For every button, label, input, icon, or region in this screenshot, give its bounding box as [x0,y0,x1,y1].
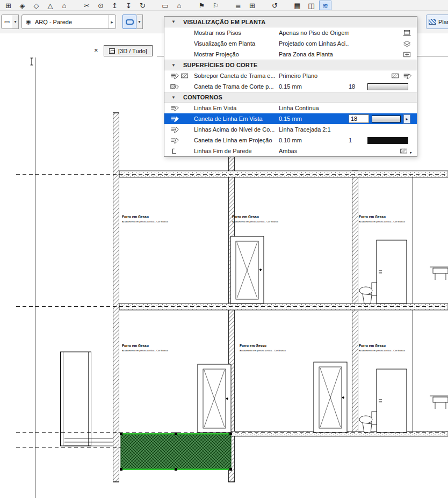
marquee-icon[interactable]: ⊞ [2,1,15,10]
section-title: SUPERFÍCIES DO CORTE [183,62,257,68]
row-value[interactable]: Linha Tracejada 2:1 [279,126,349,133]
door-elevation-3[interactable] [198,364,231,432]
wand-icon[interactable]: ◈ [16,1,28,10]
row-value[interactable]: Apenas no Piso de Origem [279,30,349,36]
row-visualizacao-em-planta[interactable]: Visualização em Planta Projetado com Lin… [164,38,417,49]
lines-pen-icon[interactable]: ≣ [232,1,244,10]
row-linhas-fim-de-parede[interactable]: Linhas Fim de Parede Ambas ▸ [164,146,417,156]
frame-icon[interactable]: ▭ [159,1,171,10]
row-label: Mostrar nos Pisos [194,30,279,36]
home-icon[interactable]: ⌂ [173,1,185,10]
hatch-tool-icon[interactable]: ≋ [319,1,331,10]
layer-combo-arrow-icon[interactable]: ▸ [108,15,115,28]
arrow-tool-button[interactable]: ▭ [1,15,13,29]
row-mostrar-nos-pisos[interactable]: Mostrar nos Pisos Apenas no Piso de Orig… [164,27,417,38]
door-elevation-1[interactable] [230,236,264,304]
collapse-triangle-icon[interactable]: ▼ [171,63,178,68]
row-label: Caneta de Linha em Projeção [194,137,279,143]
overhead-lines-icon [170,126,179,133]
planta-button[interactable]: Planta [426,15,448,29]
row-linhas-em-vista[interactable]: Linhas Em Vista Linha Contínua [164,103,417,113]
row-value[interactable]: Para Zona da Planta [279,51,349,57]
grid-icon[interactable]: ⊞ [246,1,258,10]
row-caneta-linha-projecao[interactable]: Caneta de Linha em Projeção 0.10 mm 1 [164,135,417,146]
cut-pen-icon [403,73,412,80]
svg-text:Acabamento em pintura acrílica: Acabamento em pintura acrílica - Cor Bra… [240,349,286,352]
row-value[interactable]: 0.10 mm [279,137,349,143]
eye-icon: ◉ [22,18,35,25]
selected-slab[interactable] [120,432,232,471]
wall-end-hatch-icon [400,148,409,155]
expand-arrow-icon[interactable]: ▸ [410,150,412,155]
planta-hatch-icon [429,19,436,25]
row-mostrar-projecao[interactable]: Mostrar Projeção Para Zona da Planta [164,49,417,60]
row-label: Linhas Fim de Parede [194,148,279,154]
pen-number-input[interactable] [349,114,369,123]
row-caneta-linha-em-vista[interactable]: Caneta de Linha Em Vista 0.15 mm ▸ [164,113,417,124]
wall-tool-dropdown[interactable]: ▾ [136,15,143,29]
view-line-pen-icon [170,116,179,122]
pen-color-swatch[interactable] [367,137,408,144]
wall-fixture-1[interactable] [430,267,448,280]
row-value[interactable]: Projetado com Linhas Aci... [279,40,349,47]
toilet-elevation-1[interactable] [359,283,377,304]
view-lines-icon [170,105,179,112]
wall-tool-button[interactable] [122,15,136,29]
svg-text:Acabamento em pintura acrílica: Acabamento em pintura acrílica - Cor Bra… [359,349,406,352]
measure-icon[interactable]: △ [44,1,56,10]
tab-3d-tudo[interactable]: [3D / Tudo] [104,45,153,56]
door-elevation-4[interactable] [314,362,347,432]
zoom-icon[interactable]: ⊙ [95,1,107,10]
toilet-elevation-2[interactable] [359,412,377,432]
collapse-triangle-icon[interactable]: ▼ [171,19,178,24]
svg-text:Forro em Gesso: Forro em Gesso [240,344,266,348]
section-visualizacao-em-planta[interactable]: ▼ VISUALIZAÇÃO EM PLANTA [164,17,417,27]
pen-color-swatch[interactable] [372,116,401,122]
row-linhas-acima-nivel[interactable]: Linhas Acima do Nível de Co... Linha Tra… [164,124,417,135]
svg-text:Forro em Gesso: Forro em Gesso [359,344,386,348]
wall-settings-panel: ▼ VISUALIZAÇÃO EM PLANTA Mostrar nos Pis… [164,16,417,157]
pen-color-swatch[interactable] [367,83,408,90]
flag-outline-icon[interactable]: ⚐ [209,1,222,10]
scissors-icon[interactable]: ✂ [81,1,93,10]
rotate-icon[interactable]: ↻ [136,1,149,10]
raise-icon[interactable]: ↥ [109,1,121,10]
close-tab-icon[interactable]: × [94,46,98,54]
tab-label: [3D / Tudo] [118,48,147,54]
flag-icon[interactable]: ⚑ [196,1,208,10]
split-view-icon[interactable]: ◫ [305,1,317,10]
arrow-tool-dropdown[interactable]: ▾ [12,15,19,29]
cut-hatch-icon [391,73,400,80]
row-sobrepor-caneta-trama[interactable]: Sobrepor Caneta de Trama e... Primeiro P… [164,70,417,81]
chart-icon[interactable]: ▦ [291,1,304,10]
door-elevation-5[interactable] [377,369,407,432]
pen-picker-arrow-icon[interactable]: ▸ [403,114,410,124]
section-superficies-do-corte[interactable]: ▼ SUPERFÍCIES DO CORTE [164,60,417,70]
layer-combo[interactable]: ◉ ARQ - Parede ▸ [21,15,116,29]
left-structure[interactable] [61,352,113,446]
view-3d-icon [109,48,115,54]
collapse-triangle-icon[interactable]: ▼ [171,95,178,100]
door-elevation-2[interactable] [377,240,407,304]
lower-icon[interactable]: ↧ [122,1,135,10]
row-label: Visualização em Planta [194,40,279,47]
cut-fill-pen-icon [170,83,179,90]
row-value[interactable]: 0.15 mm [279,83,349,90]
svg-text:Acabamento em pintura acrílica: Acabamento em pintura acrílica - Cor Bra… [232,220,279,223]
section-contornos[interactable]: ▼ CONTORNOS [164,92,417,103]
refresh-icon[interactable]: ↺ [269,1,281,10]
main-toolbar: ⊞ ◈ ◇ △ ⌂ ✂ ⊙ ↥ ↧ ↻ ▭ ⌂ ⚑ ⚐ ≣ ⊞ ↺ ▦ ◫ ≋ [0,0,448,11]
zone-icon [403,51,412,58]
row-value[interactable]: Primeiro Plano [279,73,349,79]
row-value[interactable]: Ambas [279,148,349,154]
row-caneta-trama-corte[interactable]: Caneta de Trama de Corte p... 0.15 mm 18 [164,81,417,92]
wall-tool-icon [126,19,134,25]
poly-tool-icon[interactable]: ◇ [30,1,42,10]
origin-icon[interactable]: ⌂ [58,1,70,10]
row-value[interactable]: 0.15 mm [279,116,349,122]
row-value[interactable]: Linha Contínua [279,105,349,111]
wall-fixture-2[interactable] [430,396,448,409]
row-label: Caneta de Trama de Corte p... [194,83,279,90]
section-title: CONTORNOS [183,94,222,100]
row-label: Sobrepor Caneta de Trama e... [194,73,279,79]
